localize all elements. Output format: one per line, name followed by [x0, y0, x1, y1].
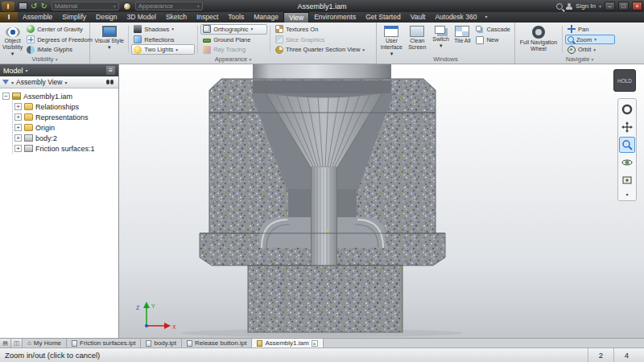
maximize-button[interactable]: □ [618, 2, 629, 10]
viewcube[interactable]: HOLD [613, 69, 636, 92]
panel-label-visibility[interactable]: Visibility ▾ [0, 56, 89, 64]
find-icon[interactable] [106, 80, 109, 84]
object-visibility-button[interactable]: Object Visibility ▾ [2, 24, 23, 55]
panel-label-windows[interactable]: Windows [377, 56, 514, 64]
tab-layout-button[interactable]: ◫ [11, 339, 23, 348]
user-icon [566, 3, 572, 10]
inventor-logo-icon[interactable]: I [2, 2, 14, 11]
status-counters: 2 4 [588, 348, 639, 362]
ribbon-tab-tools[interactable]: Tools [223, 12, 249, 23]
section-view-dropdown[interactable]: Three Quarter Section View ▾ [273, 44, 374, 55]
appearance-dropdown[interactable]: Appearance ▾ [135, 2, 203, 10]
tree-item-body[interactable]: + body:2 [14, 133, 118, 143]
ribbon-tab-simplify[interactable]: Simplify [57, 12, 91, 23]
expand-icon[interactable]: + [14, 124, 22, 131]
browser-header[interactable]: Model ▾ ≡ [0, 64, 118, 76]
imate-glyphs-button[interactable]: iMate Glyphs [24, 44, 95, 55]
full-navigation-wheel-button[interactable]: Full Navigation Wheel [518, 24, 559, 55]
viewport[interactable]: Z Y X HOLD [119, 64, 644, 338]
reflections-button[interactable]: Reflections [131, 35, 195, 45]
chevron-down-icon[interactable]: ▾ [481, 12, 490, 23]
redo-icon[interactable]: ↻ [40, 2, 47, 10]
ray-tracing-button[interactable]: Ray Tracing [200, 44, 267, 55]
collapse-icon[interactable]: − [2, 93, 10, 100]
close-tab-icon[interactable]: × [312, 340, 318, 347]
chevron-down-icon[interactable]: ▾ [599, 3, 601, 9]
view-mode-dropdown[interactable]: Assembly View [16, 78, 62, 86]
ribbon-tab-autodesk-360[interactable]: Autodesk 360 [430, 12, 481, 23]
expand-icon[interactable]: + [14, 103, 22, 110]
tree-item-origin[interactable]: + Origin [14, 122, 118, 133]
tree-item-assembly[interactable]: − Assembly1.iam [2, 91, 118, 101]
expand-icon[interactable]: + [14, 145, 22, 152]
user-interface-button[interactable]: User Interface ▾ [379, 24, 404, 55]
center-of-gravity-button[interactable]: Center of Gravity [24, 24, 95, 35]
close-button[interactable]: × [632, 2, 642, 10]
tree-item-relationships[interactable]: + Relationships [14, 101, 118, 112]
tree-item-representations[interactable]: + Representations [14, 112, 118, 122]
filter-icon[interactable] [2, 80, 9, 84]
doc-tab-label: My Home [34, 339, 61, 347]
tab-list-button[interactable]: ▤ [0, 339, 11, 348]
ribbon-tab-get-started[interactable]: Get Started [361, 12, 405, 23]
ribbon-tab-inspect[interactable]: Inspect [192, 12, 223, 23]
cascade-button[interactable]: Cascade [473, 24, 513, 35]
chevron-down-icon: ▾ [591, 57, 593, 62]
camera-projection-dropdown[interactable]: Orthographic ▾ [200, 24, 267, 35]
slice-graphics-button[interactable]: Slice Graphics [273, 35, 374, 45]
doc-tab-body[interactable]: body.ipt [141, 339, 181, 348]
orbit-tool[interactable] [619, 154, 635, 171]
shadows-button[interactable]: Shadows ▾ [131, 24, 195, 35]
ground-plane-button[interactable]: Ground Plane [200, 35, 267, 45]
title-bar-right: Sign In ▾ – □ × [556, 2, 642, 10]
panel-label-appearance[interactable]: Appearance ▾ [90, 56, 376, 64]
appearance-col-3: Textures On Slice Graphics Three Quarter… [273, 24, 374, 55]
ribbon-tab-manage[interactable]: Manage [249, 12, 283, 23]
degrees-of-freedom-button[interactable]: Degrees of Freedom [24, 35, 95, 45]
viewport-canvas[interactable]: Z Y X [119, 64, 644, 338]
textures-on-button[interactable]: Textures On [273, 24, 374, 35]
browser-menu-button[interactable]: ≡ [106, 66, 115, 75]
tree-item-label: Origin [35, 124, 55, 132]
full-navigation-wheel-tool[interactable] [619, 101, 635, 117]
ribbon-tab-3d-model[interactable]: 3D Model [122, 12, 161, 23]
minimize-button[interactable]: – [605, 2, 615, 10]
color-swatch-icon[interactable] [123, 2, 131, 10]
pan-button[interactable]: Pan [565, 24, 615, 35]
material-dropdown[interactable]: Material ▾ [52, 2, 119, 10]
pan-tool[interactable] [619, 119, 635, 135]
zoom-button[interactable]: Zoom ▾ [565, 35, 615, 45]
doc-tab-release-button[interactable]: Release button.ipt [182, 339, 253, 348]
visual-style-button[interactable]: Visual Style ▾ [93, 24, 126, 55]
panel-label-navigate[interactable]: Navigate ▾ [515, 56, 644, 64]
doc-tab-assembly[interactable]: Assembly1.iam × [252, 339, 323, 348]
ribbon-tab-environments[interactable]: Environments [309, 12, 361, 23]
expand-icon[interactable]: + [14, 134, 22, 142]
search-icon[interactable] [556, 3, 563, 10]
doc-tab-friction-surfaces[interactable]: Friction surfaces.ipt [67, 339, 141, 348]
model-browser: Model ▾ ≡ ▾ Assembly View ▾ − Assembly1.… [0, 64, 119, 338]
switch-windows-button[interactable]: Switch ▾ [431, 24, 452, 55]
lighting-dropdown[interactable]: Two Lights ▾ [131, 44, 195, 55]
ribbon-tab-design[interactable]: Design [91, 12, 122, 23]
new-window-button[interactable]: New [473, 35, 513, 45]
clean-screen-button[interactable]: Clean Screen [406, 24, 429, 55]
ribbon-tab-assemble[interactable]: Assemble [18, 12, 57, 23]
orbit-button[interactable]: Orbit ▾ [565, 44, 615, 55]
doc-tab-my-home[interactable]: ⌂ My Home [23, 339, 67, 348]
sphere-icon [27, 25, 35, 33]
navigation-bar-menu-button[interactable]: ▾ [619, 190, 635, 198]
zoom-tool[interactable] [619, 137, 635, 153]
undo-icon[interactable]: ↺ [31, 2, 37, 10]
save-icon[interactable] [19, 2, 27, 10]
tile-all-button[interactable]: Tile All [452, 24, 472, 55]
ribbon-tab-view[interactable]: View [283, 12, 309, 23]
look-at-tool[interactable] [619, 172, 635, 188]
ribbon-tab-vault[interactable]: Vault [406, 12, 431, 23]
sign-in-button[interactable]: Sign In [576, 2, 596, 10]
application-menu-button[interactable]: I [0, 12, 18, 23]
expand-icon[interactable]: + [14, 113, 22, 121]
chevron-down-icon[interactable]: ▾ [11, 80, 14, 85]
ribbon-tab-sketch[interactable]: Sketch [161, 12, 192, 23]
tree-item-friction-surfaces[interactable]: + Friction surfaces:1 [14, 143, 118, 154]
